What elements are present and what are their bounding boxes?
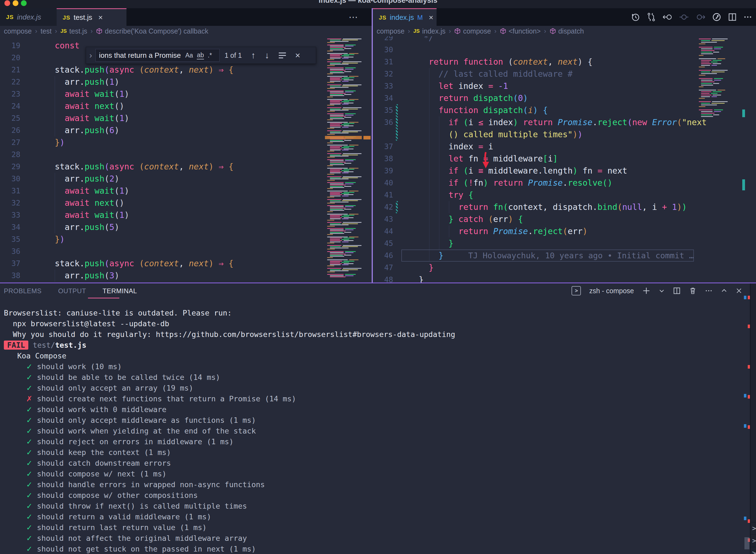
match-case-icon[interactable]: Aa — [185, 52, 193, 59]
bottom-panel: PROBLEMS OUTPUT TERMINAL > zsh - compose… — [0, 283, 756, 554]
more-actions-icon[interactable] — [743, 13, 752, 21]
symbol-icon — [454, 28, 461, 35]
editor-group-sash[interactable] — [372, 8, 373, 282]
new-terminal-icon[interactable] — [642, 287, 650, 295]
breadcrumb-item[interactable]: test.js — [69, 27, 87, 35]
javascript-file-icon: JS — [63, 14, 70, 21]
close-panel-icon[interactable] — [736, 287, 742, 294]
compare-changes-icon[interactable] — [646, 12, 656, 22]
code-line: 39 if (i ≡ middleware.length) fn = next — [373, 165, 756, 177]
breadcrumb-item[interactable]: index.js — [422, 27, 446, 35]
code-line: 38 let fn = middleware[i] — [373, 153, 756, 165]
terminal-test-line: ✓ should not get stuck on the passed in … — [4, 544, 741, 554]
code-line: 40 if (!fn) return Promise.resolve() — [373, 177, 756, 189]
chevron-right-icon: › — [35, 27, 37, 35]
close-icon[interactable]: × — [429, 13, 433, 22]
window-title: index.js — koa-compose-analysis — [0, 0, 756, 5]
panel-tab-bar: PROBLEMS OUTPUT TERMINAL — [4, 287, 137, 295]
split-editor-icon[interactable] — [728, 13, 737, 21]
kill-terminal-icon[interactable] — [689, 287, 697, 294]
maximize-panel-icon[interactable] — [721, 287, 728, 294]
previous-change-icon[interactable] — [679, 12, 689, 22]
terminal-scrollbar[interactable] — [745, 537, 749, 549]
terminal-test-line: ✓ should be able to be called twice (14 … — [4, 372, 741, 383]
tab-test-js[interactable]: JS test.js × — [57, 8, 126, 26]
terminal-test-line: ✓ should handle errors in wrapped non-as… — [4, 479, 741, 490]
panel-top-border[interactable] — [0, 282, 756, 283]
breadcrumb-item[interactable]: compose — [463, 27, 491, 35]
breadcrumb: compose › test › JS test.js › describe('… — [0, 26, 372, 36]
terminal-test-line: ✓ should compose w/ next (1 ms) — [4, 468, 741, 479]
terminal-tabs-strip[interactable]: > > > — [750, 283, 756, 554]
terminal-overview-mark — [744, 394, 746, 397]
terminal-list-item[interactable]: > — [751, 547, 756, 554]
open-changes-icon[interactable] — [663, 12, 673, 22]
terminal-overview-mark — [744, 296, 746, 299]
regex-icon[interactable]: .* — [208, 52, 212, 59]
terminal-test-line: ✓ should work when yielding at the end o… — [4, 426, 741, 436]
code-line: 22 arr.push(1) — [0, 76, 372, 88]
symbol-icon — [550, 28, 556, 35]
split-terminal-icon[interactable] — [673, 287, 681, 294]
tab-problems[interactable]: PROBLEMS — [4, 287, 42, 295]
tab-index-js[interactable]: JS index.js M × — [373, 8, 437, 26]
next-match-icon[interactable]: ↓ — [265, 50, 269, 60]
breadcrumb-item[interactable]: <function> — [509, 27, 541, 35]
breadcrumb-item[interactable]: compose — [4, 27, 32, 35]
terminal-test-line: ✓ should reject on errors in middleware … — [4, 436, 741, 447]
code-line: 27 }) — [0, 136, 372, 149]
terminal-test-line: ✓ should catch downstream errors — [4, 458, 741, 468]
terminal-list-item[interactable]: > — [751, 522, 756, 535]
code-line: 37 index = i — [373, 141, 756, 153]
minimap[interactable] — [697, 39, 728, 121]
terminal-dropdown-icon[interactable] — [659, 288, 665, 294]
code-line: 25 await wait(1) — [0, 112, 372, 124]
search-query: ions that return a Promise — [99, 51, 181, 60]
terminal-instance-label: zsh - compose — [589, 287, 634, 295]
terminal-test-line: ✓ should not affect the original middlew… — [4, 533, 741, 544]
chevron-right-icon: › — [55, 27, 57, 35]
breadcrumb-item[interactable]: compose — [377, 27, 404, 35]
breadcrumb-item[interactable]: describe('Koa Compose') callback — [105, 27, 208, 35]
terminal-test-line: ✓ should work (10 ms) — [4, 361, 741, 372]
terminal-test-line: ✓ should return last return value (1 ms) — [4, 522, 741, 533]
minimap[interactable] — [325, 39, 362, 281]
whole-word-icon[interactable]: ab — [197, 51, 204, 59]
close-icon[interactable]: × — [99, 13, 103, 22]
tab-index-js-preview[interactable]: JS index.js — [0, 8, 57, 26]
terminal-fail-line: FAIL test/test.js — [4, 340, 741, 350]
panel-more-actions-icon[interactable] — [705, 287, 712, 294]
breadcrumb-item[interactable]: dispatch — [558, 27, 584, 35]
symbol-icon — [96, 28, 103, 35]
tab-output[interactable]: OUTPUT — [58, 287, 86, 295]
terminal-output[interactable]: Browserslist: caniuse-lite is outdated. … — [4, 308, 741, 554]
code-line: () called multiple times")) — [373, 128, 756, 141]
search-input[interactable]: ions that return a Promise Aa ab .* — [96, 49, 219, 62]
terminal-list-item[interactable]: > — [751, 535, 756, 547]
code-line: 47 } — [373, 262, 756, 274]
code-line: 43 } catch (err) { — [373, 213, 756, 225]
javascript-file-icon: JS — [379, 14, 386, 21]
terminal-suite-line: Koa Compose — [4, 350, 741, 361]
find-expand-chevron-icon[interactable]: › — [86, 51, 96, 60]
code-line: 26 arr.push(6) — [0, 124, 372, 136]
code-line: 36 — [0, 245, 372, 258]
minimap-highlight — [325, 136, 362, 139]
timeline-icon[interactable] — [631, 12, 640, 22]
next-change-icon[interactable] — [696, 12, 705, 22]
tab-label: index.js — [390, 13, 414, 22]
previous-match-icon[interactable]: ↑ — [251, 50, 256, 60]
breadcrumb-item[interactable]: test — [41, 27, 51, 35]
terminal-test-line: ✓ should throw if next() is called multi… — [4, 501, 741, 511]
chevron-right-icon: › — [449, 27, 451, 35]
run-icon[interactable] — [712, 12, 721, 22]
find-in-selection-icon[interactable] — [279, 51, 286, 60]
editor-test-js[interactable]: 19 const 2021 stack.push(async (context,… — [0, 36, 372, 282]
terminal-overview-mark — [744, 516, 746, 520]
more-actions-icon[interactable]: ⋯ — [349, 11, 359, 22]
close-icon[interactable]: × — [295, 50, 301, 60]
code-line: 45 } — [373, 237, 756, 250]
find-match-count: 1 of 1 — [225, 51, 242, 59]
editor-index-js[interactable]: 29 */3031 return function (context, next… — [373, 36, 756, 282]
tab-terminal[interactable]: TERMINAL — [103, 287, 137, 295]
